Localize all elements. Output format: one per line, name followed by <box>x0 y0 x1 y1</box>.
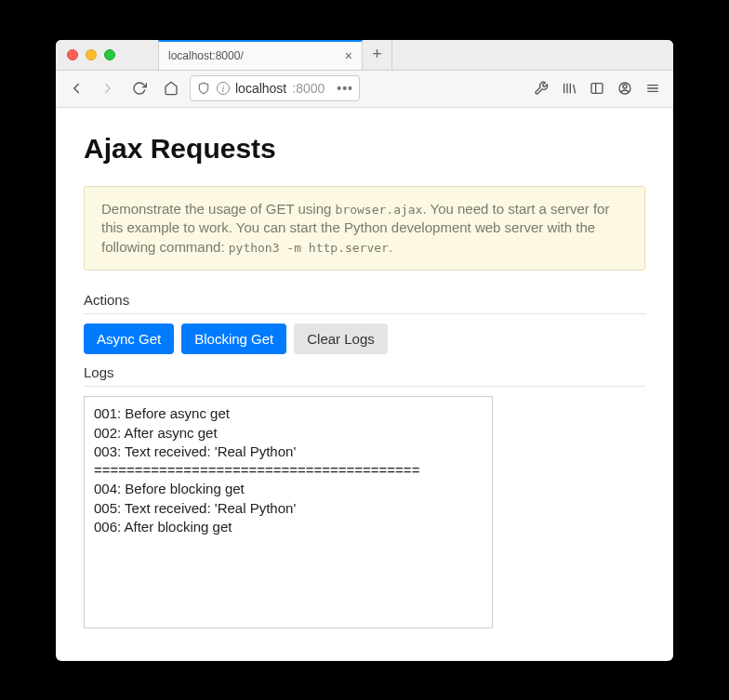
close-window-button[interactable] <box>67 49 78 60</box>
divider <box>84 386 645 387</box>
page-actions-icon[interactable]: ••• <box>337 81 353 96</box>
tab-title: localhost:8000/ <box>168 49 338 62</box>
traffic-lights <box>56 40 158 70</box>
home-button[interactable] <box>158 75 184 101</box>
url-host: localhost <box>235 81 286 96</box>
url-bar[interactable]: i localhost:8000 ••• <box>190 75 360 101</box>
divider <box>84 313 645 314</box>
reload-button[interactable] <box>126 75 152 101</box>
url-port: :8000 <box>292 81 325 96</box>
callout-code-1: browser.ajax <box>336 203 423 217</box>
async-get-button[interactable]: Async Get <box>84 324 174 354</box>
button-row: Async Get Blocking Get Clear Logs <box>84 324 645 354</box>
account-icon[interactable] <box>612 75 638 101</box>
back-button[interactable] <box>63 75 89 101</box>
page-content: Ajax Requests Demonstrate the usage of G… <box>56 108 673 661</box>
info-callout: Demonstrate the usage of GET using brows… <box>84 186 645 271</box>
new-tab-button[interactable]: + <box>363 40 392 70</box>
menu-icon[interactable] <box>640 75 666 101</box>
logs-label: Logs <box>84 363 645 382</box>
callout-text-1: Demonstrate the usage of GET using <box>101 201 336 217</box>
sidebar-icon[interactable] <box>584 75 610 101</box>
blocking-get-button[interactable]: Blocking Get <box>181 324 286 354</box>
forward-button[interactable] <box>95 75 121 101</box>
logs-textarea[interactable]: 001: Before async get 002: After async g… <box>84 396 493 628</box>
toolbar-right <box>528 75 666 101</box>
titlebar: localhost:8000/ × + <box>56 40 673 71</box>
library-icon[interactable] <box>556 75 582 101</box>
svg-line-3 <box>574 85 576 93</box>
close-tab-icon[interactable]: × <box>345 48 352 63</box>
browser-tab[interactable]: localhost:8000/ × <box>158 40 363 70</box>
shield-icon <box>196 81 211 96</box>
page-title: Ajax Requests <box>84 130 645 168</box>
actions-label: Actions <box>84 291 645 310</box>
callout-text-3: . <box>389 239 392 255</box>
minimize-window-button[interactable] <box>86 49 97 60</box>
toolbar: i localhost:8000 ••• <box>56 71 673 108</box>
callout-code-2: python3 -m http.server <box>229 241 389 255</box>
maximize-window-button[interactable] <box>104 49 115 60</box>
clear-logs-button[interactable]: Clear Logs <box>294 324 388 354</box>
info-icon[interactable]: i <box>217 82 230 95</box>
svg-rect-4 <box>591 84 603 94</box>
browser-window: localhost:8000/ × + i localhost:8000 ••• <box>56 40 673 661</box>
devtools-icon[interactable] <box>528 75 554 101</box>
svg-point-7 <box>623 85 627 88</box>
